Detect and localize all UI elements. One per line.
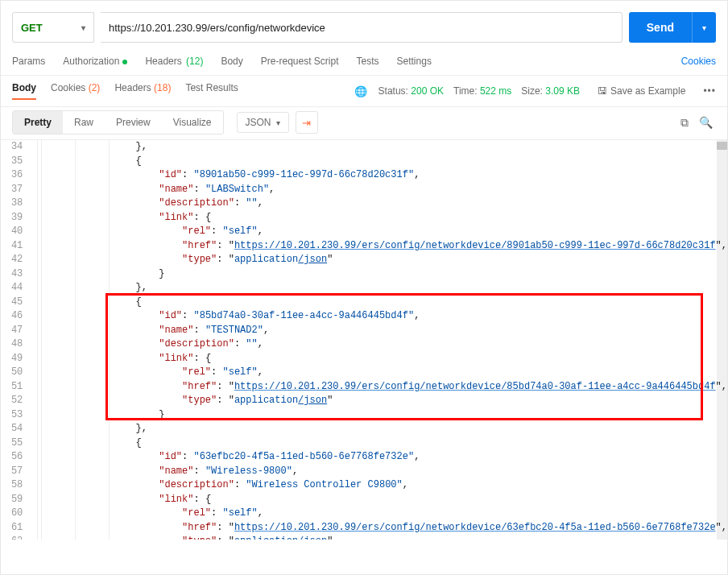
time-label: Time: 522 ms bbox=[453, 85, 511, 97]
line-number: 38 bbox=[1, 196, 23, 211]
code-line: "type": "application/json" bbox=[43, 535, 727, 540]
code-line: "description": "", bbox=[43, 196, 727, 211]
line-number: 43 bbox=[1, 267, 23, 282]
tab-params[interactable]: Params bbox=[12, 56, 45, 67]
more-options-icon[interactable]: ••• bbox=[703, 85, 716, 97]
send-dropdown-button[interactable]: ▾ bbox=[692, 12, 716, 43]
wrap-lines-button[interactable]: ⇥ bbox=[296, 111, 318, 134]
tab-tests[interactable]: Tests bbox=[357, 56, 379, 67]
code-area: 3435363738394041424344454647484950515253… bbox=[1, 140, 727, 540]
code-line: "href": "https://10.201.230.99/ers/confi… bbox=[43, 521, 727, 536]
response-view-toolbar: Pretty Raw Preview Visualize JSON ▾ ⇥ ⧉ … bbox=[1, 106, 727, 140]
response-tabs: Body Cookies (2) Headers (18) Test Resul… bbox=[12, 82, 238, 100]
network-globe-icon[interactable]: 🌐 bbox=[354, 85, 367, 97]
code-line: "link": { bbox=[43, 211, 727, 225]
time-value: 522 ms bbox=[480, 85, 511, 97]
size-label: Size: 3.09 KB bbox=[521, 85, 580, 97]
response-body-viewer[interactable]: 3435363738394041424344454647484950515253… bbox=[1, 140, 727, 540]
code-line: "name": "LABSwitch", bbox=[43, 183, 727, 197]
line-number: 51 bbox=[1, 380, 23, 395]
line-number: 36 bbox=[1, 168, 23, 183]
code-line: "rel": "self", bbox=[43, 507, 727, 521]
code-line: { bbox=[43, 296, 727, 310]
line-number: 56 bbox=[1, 450, 23, 465]
url-link[interactable]: https://10.201.230.99/ers/config/network… bbox=[234, 522, 716, 533]
code-line: }, bbox=[43, 281, 727, 296]
line-number-gutter: 3435363738394041424344454647484950515253… bbox=[1, 140, 31, 540]
copy-icon: ⧉ bbox=[680, 116, 689, 130]
line-number: 44 bbox=[1, 281, 23, 296]
status-code: 200 OK bbox=[411, 85, 444, 97]
wrap-icon: ⇥ bbox=[302, 117, 311, 129]
tab-authorization[interactable]: Authorization bbox=[63, 56, 127, 67]
auth-indicator-dot-icon bbox=[122, 60, 127, 64]
code-line: }, bbox=[43, 140, 727, 155]
line-number: 41 bbox=[1, 239, 23, 254]
code-line: "rel": "self", bbox=[43, 225, 727, 239]
http-method-value: GET bbox=[21, 22, 43, 34]
code-line: "link": { bbox=[43, 352, 727, 366]
copy-response-button[interactable]: ⧉ bbox=[674, 112, 695, 133]
view-raw-button[interactable]: Raw bbox=[63, 111, 105, 134]
view-visualize-button[interactable]: Visualize bbox=[162, 111, 223, 134]
line-number: 52 bbox=[1, 394, 23, 408]
request-bar: GET ▾ https://10.201.230.99/ers/config/n… bbox=[1, 1, 727, 48]
code-line: "id": "8901ab50-c999-11ec-997d-66c78d20c… bbox=[43, 168, 727, 183]
url-input[interactable]: https://10.201.230.99/ers/config/network… bbox=[101, 12, 623, 43]
line-number: 59 bbox=[1, 493, 23, 507]
save-icon: 🖫 bbox=[598, 85, 607, 97]
line-number: 55 bbox=[1, 436, 23, 451]
chevron-down-icon: ▾ bbox=[81, 23, 85, 32]
view-pretty-button[interactable]: Pretty bbox=[13, 111, 63, 134]
code-line: "name": "Wireless-9800", bbox=[43, 465, 727, 479]
resp-tab-headers[interactable]: Headers (18) bbox=[114, 82, 171, 100]
save-as-example-button[interactable]: 🖫Save as Example bbox=[598, 85, 685, 97]
line-number: 47 bbox=[1, 324, 23, 338]
code-line: "rel": "self", bbox=[43, 366, 727, 380]
resp-tab-cookies[interactable]: Cookies (2) bbox=[51, 82, 100, 100]
line-number: 49 bbox=[1, 352, 23, 366]
line-number: 57 bbox=[1, 465, 23, 479]
language-value: JSON bbox=[246, 117, 271, 128]
line-number: 62 bbox=[1, 535, 23, 540]
url-link[interactable]: https://10.201.230.99/ers/config/network… bbox=[234, 381, 716, 392]
resp-tab-testresults[interactable]: Test Results bbox=[185, 82, 238, 100]
fold-column[interactable] bbox=[31, 140, 38, 540]
url-link[interactable]: https://10.201.230.99/ers/config/network… bbox=[234, 240, 716, 251]
line-number: 42 bbox=[1, 253, 23, 267]
search-response-button[interactable]: 🔍 bbox=[695, 112, 716, 133]
view-preview-button[interactable]: Preview bbox=[105, 111, 162, 134]
code-line: "description": "Wireless Controller C980… bbox=[43, 478, 727, 493]
code-line: "description": "", bbox=[43, 337, 727, 352]
save-example-label: Save as Example bbox=[610, 85, 685, 97]
chevron-down-icon: ▾ bbox=[276, 118, 280, 127]
line-number: 54 bbox=[1, 422, 23, 436]
code-line: "id": "63efbc20-4f5a-11ed-b560-6e7768fe7… bbox=[43, 450, 727, 465]
resp-tab-cookies-count: (2) bbox=[89, 82, 101, 93]
view-mode-group: Pretty Raw Preview Visualize bbox=[12, 110, 224, 134]
code-lines: }, { "id": "8901ab50-c999-11ec-997d-66c7… bbox=[38, 140, 727, 540]
http-method-select[interactable]: GET ▾ bbox=[12, 12, 94, 43]
tab-headers-label: Headers bbox=[145, 56, 181, 67]
line-number: 61 bbox=[1, 521, 23, 536]
code-line: { bbox=[43, 436, 727, 451]
tab-prerequest[interactable]: Pre-request Script bbox=[261, 56, 339, 67]
tab-body[interactable]: Body bbox=[221, 56, 242, 67]
status-label: Status: 200 OK bbox=[378, 85, 444, 97]
code-line: }, bbox=[43, 422, 727, 436]
language-select[interactable]: JSON ▾ bbox=[237, 112, 289, 133]
cookies-link[interactable]: Cookies bbox=[681, 56, 716, 67]
resp-tab-headers-label: Headers bbox=[114, 82, 151, 93]
line-number: 37 bbox=[1, 183, 23, 197]
line-number: 60 bbox=[1, 507, 23, 521]
url-value: https://10.201.230.99/ers/config/network… bbox=[109, 22, 325, 34]
line-number: 39 bbox=[1, 211, 23, 225]
resp-tab-body[interactable]: Body bbox=[12, 82, 36, 100]
code-line: "id": "85bd74a0-30af-11ee-a4cc-9a446445b… bbox=[43, 309, 727, 324]
tab-headers[interactable]: Headers (12) bbox=[145, 56, 203, 67]
send-button[interactable]: Send bbox=[629, 12, 692, 43]
code-line: "href": "https://10.201.230.99/ers/confi… bbox=[43, 380, 727, 395]
send-group: Send ▾ bbox=[629, 12, 716, 43]
size-value: 3.09 KB bbox=[545, 85, 580, 97]
tab-settings[interactable]: Settings bbox=[397, 56, 432, 67]
